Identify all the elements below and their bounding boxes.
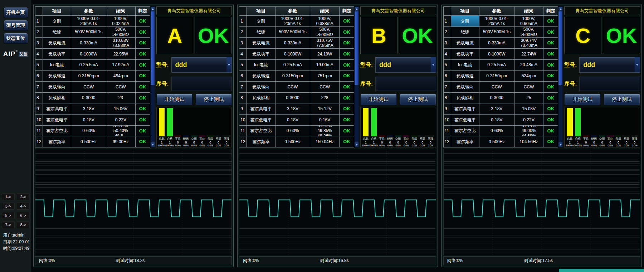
stat-bar-column [630,108,639,136]
legend-name: 交耐 [598,137,606,141]
table-scrollbar[interactable] [354,6,359,147]
item-cell[interactable]: 负载电流 [451,38,479,48]
quick-button-6[interactable]: 6-> [17,212,30,219]
item-cell[interactable]: 负载转向 [451,82,479,92]
table-scrollbar[interactable] [150,6,155,147]
quick-button-4[interactable]: 4-> [17,203,30,210]
item-cell[interactable]: 霍尔频率 [451,136,479,147]
table-scrollbar[interactable] [558,6,563,147]
scrollbar-up-icon[interactable] [558,7,562,11]
start-test-button[interactable]: 开始测试 [360,94,397,105]
serial-input[interactable] [375,77,436,91]
legend-count: 0 [614,141,623,144]
stat-bar [419,136,426,136]
scrollbar-up-icon[interactable] [151,7,155,11]
stop-test-button[interactable]: 停止测试 [400,94,436,105]
model-select[interactable]: ddd [375,57,436,73]
chevron-down-icon[interactable] [431,57,436,72]
item-cell[interactable]: 霍尔频率 [43,136,71,147]
item-cell[interactable]: 负载缺相 [43,93,71,103]
item-cell[interactable]: Icc电流 [451,60,479,71]
row-number: 12 [444,136,451,147]
stat-bar [183,136,189,136]
stop-test-button[interactable]: 停止测试 [195,94,232,105]
item-cell[interactable]: 霍尔低电平 [247,115,275,125]
scrollbar-thumb[interactable] [151,11,155,85]
quick-button-8[interactable]: 8-> [17,221,30,228]
item-cell[interactable]: 负载转向 [43,82,71,92]
item-cell[interactable]: 霍尔占空比 [451,126,479,136]
row-number: 6 [35,71,43,81]
item-cell[interactable]: 霍尔低电平 [451,115,479,125]
quick-button-5[interactable]: 5-> [2,212,15,219]
serial-input[interactable] [579,77,640,91]
item-cell[interactable]: 绝缘 [43,27,71,38]
stat-bar-column [566,108,574,136]
chevron-down-icon[interactable] [635,57,640,72]
item-cell[interactable]: 交耐 [247,16,275,26]
legend-name: 负载 [614,137,623,141]
item-cell[interactable]: 霍尔频率 [247,136,275,147]
stop-test-button[interactable]: 停止测试 [604,94,640,105]
quick-button-2[interactable]: 2-> [17,193,30,200]
item-cell[interactable]: Icc电流 [43,60,71,71]
item-cell[interactable]: 负载缺相 [247,93,275,103]
user-label: 用户:admin [3,232,30,239]
row-number: 10 [444,115,451,125]
nav-button-0[interactable]: 开机主页 [4,7,28,18]
item-cell[interactable]: 霍尔占空比 [43,126,71,136]
nav-button-1[interactable]: 型号管理 [4,20,28,31]
model-select[interactable]: ddd [171,57,232,73]
item-cell[interactable]: 负载功率 [43,49,71,59]
serial-input[interactable] [171,77,232,91]
item-cell[interactable]: 绝缘 [451,27,479,38]
column-header: 参数 [479,7,514,15]
item-cell[interactable]: 负载转速 [43,71,71,81]
judge-cell: OK [136,60,150,71]
start-test-button[interactable]: 开始测试 [564,94,601,105]
quick-button-7[interactable]: 7-> [2,221,15,228]
start-test-button[interactable]: 开始测试 [156,94,193,105]
item-cell[interactable]: 负载功率 [247,49,275,59]
row-number: 7 [239,82,247,92]
item-cell[interactable]: 绝缘 [247,27,275,38]
quick-button-1[interactable]: 1-> [2,193,15,200]
item-cell[interactable]: Icc电流 [247,60,275,71]
chevron-down-icon[interactable] [226,57,231,72]
item-cell[interactable]: 霍尔高电平 [43,103,71,114]
scrollbar-track[interactable] [558,11,562,142]
item-cell[interactable]: 霍尔高电平 [451,103,479,114]
item-cell[interactable]: 负载转速 [451,71,479,81]
quick-button-3[interactable]: 3-> [2,203,15,210]
item-cell[interactable]: 霍尔高电平 [247,103,275,114]
scrollbar-down-icon[interactable] [558,142,562,147]
scrollbar-down-icon[interactable] [355,142,358,147]
item-cell[interactable]: 霍尔占空比 [247,126,275,136]
scrollbar-up-icon[interactable] [355,7,358,11]
param-cell: 0-3150rpm [479,71,514,81]
item-cell[interactable]: 交耐 [451,16,479,26]
legend-percent: 100.0% [370,144,378,147]
judge-cell: OK [543,103,558,114]
result-cell: 99.00Hz [106,136,135,147]
item-cell[interactable]: 交耐 [43,16,71,26]
model-value: ddd [376,61,391,69]
scrollbar-down-icon[interactable] [151,142,155,147]
item-cell[interactable]: 负载电流 [43,38,71,48]
item-cell[interactable]: 负载转速 [247,71,275,81]
item-cell[interactable]: 霍尔低电平 [43,115,71,125]
item-cell[interactable]: 负载电流 [247,38,275,48]
scrollbar-track[interactable] [355,11,358,142]
logo-cn-text: 艾普 [19,52,28,57]
model-select[interactable]: ddd [579,57,640,73]
param-cell: 0-1000W [479,49,514,59]
item-cell[interactable]: 负载缺相 [451,93,479,103]
nav-button-2[interactable]: 状态复位 [4,33,28,44]
item-cell[interactable]: 负载转向 [247,82,275,92]
column-header: 结果 [106,7,135,15]
result-cell: 0.22V [106,115,135,125]
scrollbar-thumb[interactable] [558,11,562,85]
item-cell[interactable]: 负载功率 [451,49,479,59]
scrollbar-thumb[interactable] [355,11,358,85]
scrollbar-track[interactable] [151,11,155,142]
